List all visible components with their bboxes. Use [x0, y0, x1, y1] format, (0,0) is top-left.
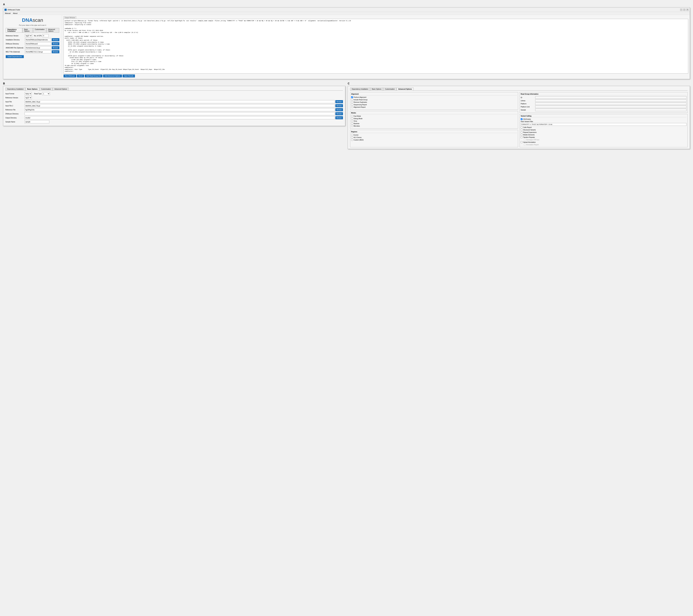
tab-customisation-b[interactable]: Customisation [39, 87, 53, 91]
install-dir-label: Installation Directory [6, 39, 24, 41]
cpu-input[interactable] [42, 34, 49, 37]
b-input-file-label: Input File [5, 101, 24, 103]
checkbox-exome[interactable] [351, 134, 353, 136]
checkbox-structural-variants[interactable] [521, 129, 522, 131]
install-dir-input[interactable] [25, 38, 51, 41]
hard-variant-filter-input[interactable] [521, 123, 687, 126]
rg-library-input[interactable] [535, 99, 687, 102]
tab-dep-install-c[interactable]: Dependency Installation [350, 87, 370, 91]
tab-basic-options-c[interactable]: Basic Options [370, 87, 383, 91]
b-dnascan-dir-browse[interactable]: Browse [335, 112, 343, 115]
annovar-browse[interactable]: Browse [52, 46, 59, 49]
open-results-button[interactable]: Open Results [122, 75, 135, 77]
checkbox-variant-annotation[interactable] [521, 141, 522, 143]
dnascan-dir-input[interactable] [25, 42, 51, 45]
rg-id-input[interactable] [535, 96, 687, 99]
read-group-info-title: Read Group Information [521, 93, 687, 95]
close-button[interactable]: ✕ [686, 9, 689, 11]
dnascan-dir-browse[interactable]: Browse [52, 42, 59, 45]
checkbox-virus[interactable] [351, 120, 353, 122]
b-reference-file-input[interactable] [24, 108, 335, 111]
menu-manual[interactable]: Manual [4, 12, 11, 14]
rg-platform-input[interactable] [535, 102, 687, 105]
label-variant-annotation: Variant Annotation [523, 141, 536, 143]
annovar-input[interactable] [25, 46, 51, 49]
cpu-label: No. of CPU [34, 35, 42, 37]
b-input-file2-input[interactable] [24, 104, 335, 107]
b-dnascan-dir-label: DNAscan Directory [5, 113, 24, 115]
tab-advanced-options-b[interactable]: Advanced Options [53, 87, 69, 91]
checkbox-perform-alignment[interactable] [351, 96, 353, 98]
reference-label: Reference Version [6, 35, 24, 37]
tab-basic-options-b[interactable]: Basic Options [25, 87, 39, 91]
label-remove-duplicates: Remove Duplicates [354, 101, 367, 103]
b-reference-file-browse[interactable]: Browse [335, 108, 343, 111]
read-type-label: Read Type [34, 93, 42, 95]
tab-dependency-installation-a[interactable]: Dependency Installation [6, 28, 22, 33]
tab-advanced-options-c[interactable]: Advanced Options [397, 87, 414, 91]
checkbox-debug-mode[interactable] [351, 118, 353, 119]
right-panel-a: Output Window python3 scripts/DNAscan.py… [62, 15, 690, 79]
b-input-file-browse[interactable]: Browse [335, 100, 343, 103]
checkbox-remove-duplicates[interactable] [351, 101, 353, 103]
check-snv-indels: SNV/Indels [521, 118, 687, 120]
checkbox-tandem-repeats[interactable] [521, 136, 522, 138]
read-type-select[interactable]: 1 [42, 92, 50, 95]
checkbox-snv-indels[interactable] [521, 118, 522, 120]
minimize-button[interactable]: ─ [680, 9, 682, 11]
b-input-file-input[interactable] [24, 100, 335, 103]
check-genotype-str-loci: Genotype STR loci [521, 139, 687, 141]
install-dir-browse[interactable]: Browse [52, 38, 59, 41]
checkbox-mobile-elements[interactable] [521, 134, 522, 136]
checkbox-alignment-report[interactable] [351, 106, 353, 108]
checkbox-sequencing-report[interactable] [351, 104, 353, 105]
tab-dep-install-b[interactable]: Dependency Installation [5, 87, 25, 91]
checkbox-microbes[interactable] [351, 125, 353, 127]
melt-input[interactable] [25, 50, 51, 53]
install-dependencies-button[interactable]: Install Dependencies [6, 55, 24, 58]
b-input-file2-label: Input File 2 [5, 105, 24, 107]
menu-about[interactable]: About [13, 12, 18, 14]
label-virus: Virus [354, 120, 357, 122]
rg-sample-input[interactable] [535, 108, 687, 111]
check-virus: Virus [351, 120, 517, 122]
b-output-dir-browse[interactable]: Browse [335, 116, 343, 119]
b-input-file2-browse[interactable]: Browse [335, 104, 343, 107]
checkbox-custom-bed[interactable] [351, 139, 353, 141]
checkbox-annotation-report[interactable] [524, 144, 526, 145]
output-box: python3 scripts/DNAscan.py -format fastq… [63, 19, 688, 74]
checkbox-repeat-expansions[interactable] [521, 131, 522, 133]
run-dnascan-button[interactable]: Run DNAscan [63, 75, 76, 77]
checkbox-bacteria[interactable] [351, 122, 353, 124]
b-sample-name-input[interactable] [24, 120, 49, 123]
rg-platform-unit-input[interactable] [535, 105, 687, 108]
tab-customisation-c[interactable]: Customisation [383, 87, 396, 91]
tab-customisation-a[interactable]: Customisation [33, 28, 46, 33]
add-read-group-info-button[interactable]: Add Read Group Info [85, 75, 102, 77]
input-format-select[interactable]: fastq [24, 92, 32, 95]
checkbox-als-genes[interactable] [351, 137, 353, 138]
check-structural-variants: Structural Variants [521, 129, 687, 131]
maximize-button[interactable]: □ [683, 9, 686, 11]
label-als-genes: ALS Genes [354, 137, 361, 138]
rg-id-label: ID [521, 97, 535, 98]
check-perform-alignment: Perform Alignment [351, 96, 517, 98]
tab-advanced-options-a[interactable]: Advanced Options [46, 28, 59, 33]
melt-browse[interactable]: Browse [52, 50, 59, 53]
check-variant-annotation: Variant Annotation [521, 141, 687, 143]
checkbox-include-read-group[interactable] [351, 99, 353, 101]
reset-button[interactable]: Reset [77, 75, 84, 77]
checkbox-genotype-str-loci[interactable] [524, 139, 526, 141]
add-advanced-options-button[interactable]: Add Advanced Options [103, 75, 122, 77]
label-snv-indels: SNV/Indels [523, 118, 531, 120]
b-dnascan-dir-input[interactable] [24, 112, 335, 115]
tab-basic-options-a[interactable]: Basic Options [22, 28, 33, 33]
checkbox-fast-mode[interactable] [351, 115, 353, 117]
annovar-row: ANNOVAR File (Optional) Browse [6, 46, 59, 49]
checkbox-calls-report[interactable] [521, 126, 522, 128]
b-reference-select[interactable]: hg19 [24, 96, 32, 99]
label-custom-bed: Custom (BED) [354, 139, 363, 141]
alignment-group-title: Alignment [351, 93, 517, 95]
reference-select[interactable]: hg19 [25, 34, 32, 37]
b-output-dir-input[interactable] [24, 116, 335, 119]
